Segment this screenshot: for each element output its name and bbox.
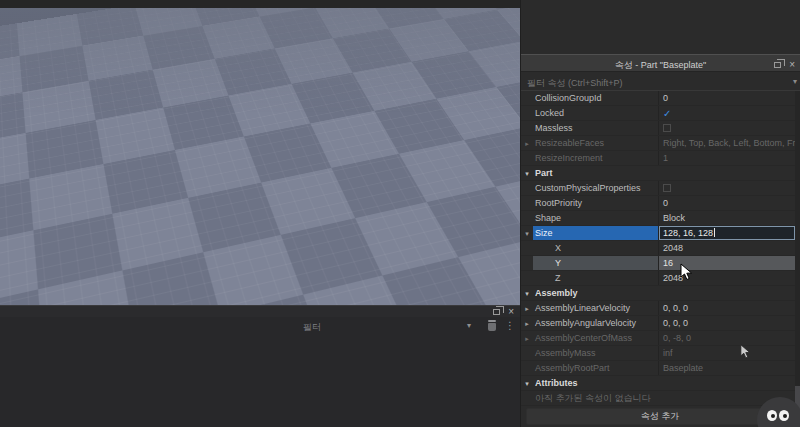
- property-row-rootpriority[interactable]: RootPriority0: [521, 196, 800, 211]
- expand-caret-icon[interactable]: ▸: [521, 331, 533, 345]
- expand-caret-icon: [521, 106, 533, 120]
- property-value[interactable]: 2048: [658, 241, 800, 255]
- property-value-text: 0, -8, 0: [663, 333, 691, 343]
- property-row-size[interactable]: ▾Size128, 16, 128: [521, 226, 800, 241]
- more-options-kebab-icon[interactable]: ⋮: [505, 320, 515, 331]
- expand-caret-icon: [521, 346, 533, 360]
- property-value[interactable]: 0, -8, 0: [658, 331, 800, 345]
- property-row-assemblyangularvelocity[interactable]: ▸AssemblyAngularVelocity0, 0, 0: [521, 316, 800, 331]
- property-value[interactable]: 2048: [658, 271, 800, 285]
- property-row-assemblymass[interactable]: AssemblyMassinf: [521, 346, 800, 361]
- filter-dropdown-caret-icon[interactable]: ▾: [467, 321, 471, 330]
- property-value[interactable]: 0, 0, 0: [658, 316, 800, 330]
- property-value[interactable]: [658, 181, 800, 195]
- property-row-shape[interactable]: ShapeBlock: [521, 211, 800, 226]
- property-value-text: 0: [663, 198, 668, 208]
- output-filter-label[interactable]: 필터: [303, 321, 321, 334]
- property-row-resizeincrement[interactable]: ResizeIncrement1: [521, 151, 800, 166]
- property-row-assemblycenterofmass[interactable]: ▸AssemblyCenterOfMass0, -8, 0: [521, 331, 800, 346]
- expand-caret-icon[interactable]: ▾: [521, 166, 533, 180]
- expand-caret-icon: [521, 391, 533, 405]
- property-row-assemblylinearvelocity[interactable]: ▸AssemblyLinearVelocity0, 0, 0: [521, 301, 800, 316]
- section-header-assembly[interactable]: ▾Assembly: [521, 286, 800, 301]
- property-label: CollisionGroupId: [533, 91, 658, 105]
- expand-caret-icon: [521, 271, 533, 285]
- section-header-part[interactable]: ▾Part: [521, 166, 800, 181]
- size-value-input[interactable]: 128, 16, 128: [659, 226, 795, 240]
- assistant-eye-icon: [779, 410, 789, 421]
- property-label: Part: [533, 166, 800, 180]
- property-value[interactable]: Block: [658, 211, 800, 225]
- property-row-collisiongroupid[interactable]: CollisionGroupId0: [521, 91, 800, 106]
- properties-filter-box[interactable]: 필터 속성 (Ctrl+Shift+P) ▾: [521, 72, 800, 91]
- property-value[interactable]: Baseplate: [658, 361, 800, 375]
- expand-caret-icon[interactable]: ▾: [521, 226, 533, 240]
- property-value[interactable]: [658, 121, 800, 135]
- close-icon[interactable]: ×: [508, 308, 514, 316]
- property-value[interactable]: ✓: [658, 106, 800, 120]
- property-row-customphysicalproperties[interactable]: CustomPhysicalProperties: [521, 181, 800, 196]
- assistant-eye-icon: [767, 410, 777, 421]
- property-label: AssemblyAngularVelocity: [533, 316, 658, 330]
- 3d-viewport[interactable]: [0, 8, 520, 305]
- property-value[interactable]: 0: [658, 91, 800, 105]
- property-label: X: [533, 241, 658, 255]
- expand-caret-icon[interactable]: ▸: [521, 316, 533, 330]
- viewport-fog: [0, 8, 520, 305]
- property-value[interactable]: inf: [658, 346, 800, 360]
- expand-caret-icon[interactable]: ▸: [521, 301, 533, 315]
- expand-caret-icon: [521, 211, 533, 225]
- property-value-text: 2048: [663, 273, 683, 283]
- property-value[interactable]: Right, Top, Back, Left, Bottom, Front: [658, 136, 800, 150]
- add-attribute-button[interactable]: 속성 추가: [526, 408, 794, 425]
- close-icon[interactable]: ×: [789, 61, 795, 69]
- output-panel: × 필터 ▾ ⋮: [0, 305, 520, 427]
- property-value[interactable]: 0, 0, 0: [658, 301, 800, 315]
- expand-caret-icon: [521, 181, 533, 195]
- property-value-text: 0: [663, 93, 668, 103]
- property-row-resizeablefaces[interactable]: ▸ResizeableFacesRight, Top, Back, Left, …: [521, 136, 800, 151]
- property-value[interactable]: 128, 16, 128: [658, 226, 800, 240]
- expand-caret-icon: [521, 196, 533, 210]
- float-window-icon[interactable]: [774, 62, 781, 68]
- property-label: ResizeableFaces: [533, 136, 658, 150]
- filter-caret-icon[interactable]: ▾: [793, 77, 797, 86]
- property-row-locked[interactable]: Locked✓: [521, 106, 800, 121]
- property-label: AssemblyMass: [533, 346, 658, 360]
- property-label: Y: [533, 256, 658, 270]
- property-label: ResizeIncrement: [533, 151, 658, 165]
- checkbox-unchecked-icon[interactable]: [663, 124, 671, 132]
- properties-title: 속성 - Part "Baseplate": [521, 59, 800, 72]
- properties-scrollbar[interactable]: [795, 91, 800, 427]
- property-value-text: Baseplate: [663, 363, 703, 373]
- property-value[interactable]: 16: [658, 256, 800, 270]
- expand-caret-icon[interactable]: ▸: [521, 136, 533, 150]
- property-row-massless[interactable]: Massless: [521, 121, 800, 136]
- property-value-text: inf: [663, 348, 673, 358]
- checkbox-unchecked-icon[interactable]: [663, 184, 671, 192]
- property-value[interactable]: 1: [658, 151, 800, 165]
- expand-caret-icon: [521, 256, 533, 270]
- clear-output-trash-icon[interactable]: [487, 320, 497, 331]
- property-row-y[interactable]: Y16: [521, 256, 800, 271]
- property-value-text: 0, 0, 0: [663, 318, 688, 328]
- property-value-text: Block: [663, 213, 685, 223]
- expand-caret-icon: [521, 151, 533, 165]
- float-window-icon[interactable]: [493, 309, 500, 315]
- filter-placeholder: 필터 속성 (Ctrl+Shift+P): [527, 77, 623, 90]
- property-row-assemblyrootpart[interactable]: AssemblyRootPartBaseplate: [521, 361, 800, 376]
- expand-caret-icon[interactable]: ▾: [521, 376, 533, 390]
- property-value-text: 0, 0, 0: [663, 303, 688, 313]
- property-label: Z: [533, 271, 658, 285]
- property-label: RootPriority: [533, 196, 658, 210]
- property-row-z[interactable]: Z2048: [521, 271, 800, 286]
- property-value[interactable]: 0: [658, 196, 800, 210]
- size-input-text: 128, 16, 128: [663, 228, 713, 238]
- property-label: AssemblyRootPart: [533, 361, 658, 375]
- expand-caret-icon: [521, 121, 533, 135]
- property-row-x[interactable]: X2048: [521, 241, 800, 256]
- checkbox-checked-icon[interactable]: ✓: [663, 108, 671, 119]
- section-header-attributes[interactable]: ▾Attributes: [521, 376, 800, 391]
- property-label: Shape: [533, 211, 658, 225]
- expand-caret-icon[interactable]: ▾: [521, 286, 533, 300]
